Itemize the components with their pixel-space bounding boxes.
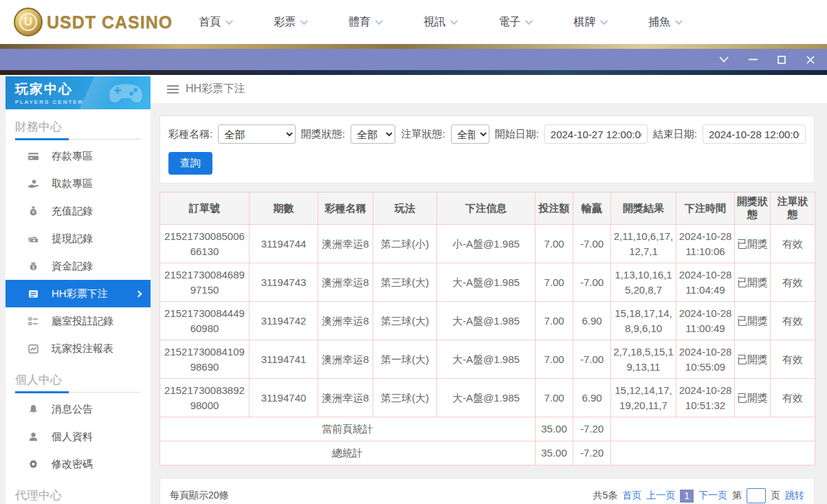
summary-cell: [611, 417, 815, 441]
table-cell: 7.00: [536, 379, 573, 417]
breadcrumb: HH彩票下注: [151, 75, 827, 103]
summary-cell: -7.20: [573, 417, 611, 441]
banner-subtitle: PLAYERS CENTER: [15, 99, 151, 105]
order-status-select[interactable]: 全部: [451, 124, 489, 144]
table-cell: 有效: [771, 340, 815, 379]
nav-item-lottery[interactable]: 彩票: [274, 15, 306, 30]
bets-table-body: 215217300850066613031194744澳洲幸运8第二球(小)小-…: [160, 225, 815, 465]
summary-cell: 當前頁統計: [160, 417, 536, 441]
nav-item-live[interactable]: 視訊: [423, 15, 456, 30]
sidebar-item-recharge-record[interactable]: ¥ 充值記錄: [5, 197, 151, 225]
sidebar-item-funds-record[interactable]: $ 資金記錄: [5, 252, 151, 280]
lottery-name-select[interactable]: 全部: [218, 124, 296, 144]
window-close-icon[interactable]: [805, 54, 816, 65]
table-row: 215217300841099869031194741澳洲幸运8第一球(大)大-…: [160, 340, 815, 379]
table-cell: 2024-10-28 11:00:49: [676, 302, 735, 340]
col-period: 期數: [250, 193, 318, 225]
order-status-label: 注單狀態:: [401, 128, 445, 141]
hand-coin-icon: [27, 178, 39, 190]
chevron-down-icon: [675, 17, 683, 25]
prev-page-link[interactable]: 上一页: [646, 490, 675, 502]
query-button[interactable]: 查詢: [168, 152, 212, 175]
first-page-link[interactable]: 首页: [622, 490, 641, 502]
coin-logo-icon: U: [14, 8, 43, 36]
nav-item-sports[interactable]: 體育: [349, 15, 381, 30]
main-menu: 首頁 彩票 體育 視訊 電子 棋牌 捕魚: [199, 15, 681, 30]
main-panel: HH彩票下注 彩種名稱: 全部 開獎狀態: 全部 注單狀態:: [151, 75, 827, 504]
sidebar-item-withdraw-record[interactable]: 提現記錄: [5, 225, 151, 252]
col-order-no: 訂單號: [160, 193, 250, 225]
content-area: 彩種名稱: 全部 開獎狀態: 全部 注單狀態: 全部 開始日期:: [151, 103, 827, 504]
table-cell: 已開獎: [735, 263, 771, 302]
sidebar-item-label: 個人資料: [52, 430, 93, 443]
page-size-text: 每頁顯示20條: [170, 490, 229, 502]
end-date-input[interactable]: [703, 124, 806, 144]
table-cell: 已開獎: [735, 379, 771, 417]
sidebar-item-change-password[interactable]: 修改密碼: [5, 450, 151, 478]
sidebar-item-label: 提現記錄: [52, 232, 93, 245]
sidebar-item-profile[interactable]: 個人資料: [5, 423, 151, 450]
coin-letter: U: [19, 13, 37, 31]
table-cell: 31194741: [250, 340, 318, 379]
section-title-finance: 財務中心: [5, 109, 151, 139]
table-cell: 已開獎: [735, 340, 771, 379]
sidebar-item-hall-bet-record[interactable]: 廳室投註記錄: [5, 307, 151, 335]
window-dropdown-icon[interactable]: [718, 54, 729, 65]
lottery-name-label: 彩種名稱:: [168, 128, 212, 141]
table-cell: 第三球(大): [373, 263, 437, 302]
ticket-book-icon: [27, 288, 39, 300]
window-minimize-icon[interactable]: [747, 54, 758, 65]
col-bet-time: 下注時間: [676, 193, 735, 225]
draw-status-select[interactable]: 全部: [351, 124, 396, 144]
chevron-down-icon: [450, 17, 458, 25]
table-cell: 6.90: [573, 302, 611, 340]
table-cell: 2152173008500666130: [160, 225, 250, 263]
sidebar-item-withdraw[interactable]: 取款專區: [5, 170, 151, 197]
next-page-link[interactable]: 下一页: [698, 490, 727, 502]
table-cell: 2,7,18,5,15,19,13,11: [611, 340, 676, 379]
nav-item-boardgames[interactable]: 棋牌: [573, 15, 606, 30]
gear-icon: [27, 459, 39, 470]
start-date-input[interactable]: [544, 124, 648, 144]
summary-cell: 35.00: [536, 417, 573, 441]
sidebar-item-player-bet-report[interactable]: 玩家投注報表: [5, 335, 151, 362]
table-cell: 大-A盤@1.985: [437, 340, 536, 379]
table-cell: 31194742: [250, 302, 318, 340]
col-draw-result: 開獎結果: [611, 193, 676, 225]
svg-text:¥: ¥: [32, 209, 35, 214]
pagination-bar: 每頁顯示20條 共5条 首页 上一页 1 下一页 第 页 跳转: [159, 478, 815, 504]
table-cell: 7.00: [536, 263, 573, 302]
table-cell: 6.90: [573, 379, 611, 417]
table-cell: 小-A盤@1.985: [437, 225, 536, 263]
table-cell: 澳洲幸运8: [318, 379, 373, 417]
table-cell: 已開獎: [735, 225, 771, 263]
gamepad-icon: [108, 80, 144, 105]
table-cell: 2024-10-28 10:51:32: [676, 379, 735, 417]
jump-page-input[interactable]: [747, 488, 766, 503]
nav-item-slots[interactable]: 電子: [498, 15, 531, 30]
site-logo[interactable]: U USDT CASINO: [14, 8, 173, 36]
end-date-label: 結束日期:: [653, 128, 697, 141]
bets-table: 訂單號 期數 彩種名稱 玩法 下注信息 投注額 輸贏 開獎結果 下注時間 開獎狀…: [159, 192, 815, 465]
nav-item-home[interactable]: 首頁: [199, 15, 231, 30]
table-cell: -7.00: [573, 225, 611, 263]
sidebar-item-hh-lottery-bets[interactable]: HH彩票下注: [5, 280, 151, 307]
jump-label-suffix: 页: [771, 490, 780, 502]
sidebar-item-announcements[interactable]: 消息公告: [5, 395, 151, 423]
table-cell: 有效: [771, 379, 815, 417]
jump-button[interactable]: 跳转: [785, 490, 804, 502]
hamburger-menu-icon[interactable]: [167, 85, 179, 94]
start-date-label: 開始日期:: [495, 128, 539, 141]
current-page[interactable]: 1: [680, 490, 694, 503]
table-cell: 7.00: [536, 340, 573, 379]
nav-item-fishing[interactable]: 捕魚: [648, 15, 681, 30]
sidebar-item-deposit[interactable]: 存款專區: [5, 142, 151, 170]
table-row: 215217300838929800031194740澳洲幸运8第三球(大)大-…: [160, 379, 815, 417]
table-cell: 15,12,14,17,19,20,11,7: [611, 379, 676, 417]
table-cell: 2024-10-28 11:10:06: [676, 225, 735, 263]
sidebar-item-label: 廳室投註記錄: [52, 315, 113, 328]
summary-row: 總統計35.00-7.20: [160, 441, 815, 465]
window-maximize-icon[interactable]: [776, 54, 787, 65]
dark-divider: [0, 70, 827, 75]
table-cell: 2152173008410998690: [160, 340, 250, 379]
